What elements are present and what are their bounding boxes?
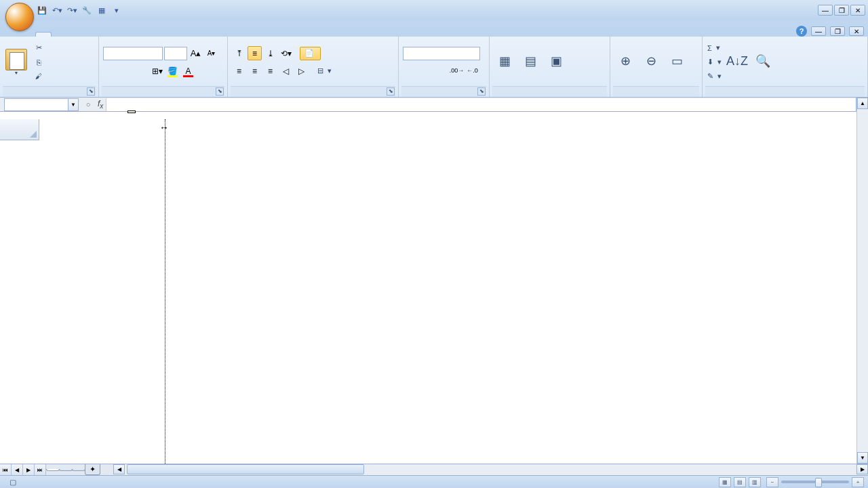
- comma-button[interactable]: [434, 64, 448, 78]
- format-as-table-button[interactable]: ▤: [518, 51, 542, 74]
- sort-filter-button[interactable]: A↓Z: [725, 51, 749, 74]
- wrap-text-button[interactable]: 📄: [300, 47, 321, 60]
- format-painter-button[interactable]: [31, 70, 48, 83]
- underline-button[interactable]: [134, 64, 149, 78]
- page-layout-view-button[interactable]: ▤: [734, 477, 746, 487]
- font-launcher[interactable]: ⬊: [216, 87, 224, 96]
- normal-view-button[interactable]: ▦: [719, 477, 731, 487]
- merge-center-button[interactable]: ⊟ ▾: [315, 64, 334, 78]
- font-size-select[interactable]: [164, 47, 187, 60]
- qat-print-preview-icon[interactable]: ▦: [95, 3, 108, 17]
- font-name-select[interactable]: [103, 47, 163, 60]
- autosum-button[interactable]: Σ ▾: [705, 41, 724, 55]
- cells-area[interactable]: [39, 140, 856, 464]
- close-button[interactable]: ✕: [850, 5, 865, 16]
- fx-icon[interactable]: fx: [98, 99, 103, 110]
- bold-button[interactable]: [103, 64, 117, 78]
- sheet-tab-2[interactable]: [59, 469, 73, 471]
- paste-button[interactable]: ▼: [3, 47, 30, 77]
- macro-record-icon[interactable]: ▢: [9, 478, 16, 487]
- new-sheet-button[interactable]: ✦: [85, 464, 100, 475]
- tab-insert[interactable]: [52, 33, 66, 37]
- align-center-button[interactable]: ≡: [248, 64, 262, 78]
- align-top-button[interactable]: ⤒: [232, 46, 246, 60]
- sheet-nav-last[interactable]: ⏭: [35, 464, 46, 475]
- conditional-formatting-button[interactable]: ▦: [492, 51, 517, 74]
- increase-decimal-button[interactable]: .00→: [450, 64, 464, 78]
- cell-styles-button[interactable]: ▣: [544, 51, 568, 74]
- align-left-button[interactable]: ≡: [232, 64, 246, 78]
- font-color-button[interactable]: A: [181, 64, 195, 78]
- shrink-font-button[interactable]: A▾: [204, 46, 218, 60]
- tab-home[interactable]: [35, 32, 52, 37]
- workbook-restore-button[interactable]: ❐: [830, 26, 845, 36]
- sheet-nav-next[interactable]: ▶: [23, 464, 35, 475]
- scroll-right-button[interactable]: ▶: [856, 464, 868, 474]
- orientation-button[interactable]: ⟲▾: [279, 46, 293, 60]
- tab-page-layout[interactable]: [66, 33, 81, 37]
- qat-undo-icon[interactable]: ↶▾: [50, 3, 64, 17]
- number-format-select[interactable]: [403, 47, 480, 60]
- sheet-nav-first[interactable]: ⏮: [0, 464, 12, 475]
- ribbon-minimize-button[interactable]: —: [811, 26, 826, 36]
- qat-customize-icon[interactable]: ▾: [110, 3, 123, 17]
- tab-data[interactable]: [96, 33, 111, 37]
- workbook-close-button[interactable]: ✕: [849, 26, 864, 36]
- zoom-slider[interactable]: [781, 481, 849, 483]
- scroll-up-button[interactable]: ▲: [857, 98, 868, 109]
- sheet-nav-prev[interactable]: ◀: [12, 464, 23, 475]
- align-right-button[interactable]: ≡: [263, 64, 277, 78]
- sheet-tab-3[interactable]: [72, 469, 85, 471]
- zoom-in-button[interactable]: +: [852, 477, 864, 487]
- clipboard-launcher[interactable]: ⬊: [87, 87, 95, 96]
- name-box-dropdown[interactable]: ▼: [68, 98, 79, 111]
- grow-font-button[interactable]: A▴: [189, 46, 203, 60]
- fill-color-button[interactable]: 🪣: [165, 64, 180, 78]
- row-headers: [0, 140, 39, 464]
- scroll-down-button[interactable]: ▼: [857, 452, 868, 464]
- page-break-view-button[interactable]: ▥: [749, 477, 761, 487]
- clear-button[interactable]: ✎ ▾: [705, 70, 724, 83]
- formula-input[interactable]: [106, 98, 856, 111]
- increase-indent-button[interactable]: ▷: [294, 64, 309, 78]
- copy-button[interactable]: [31, 56, 48, 69]
- find-select-button[interactable]: 🔍: [751, 51, 775, 74]
- hscroll-thumb[interactable]: [127, 464, 364, 474]
- decrease-decimal-button[interactable]: ←.0: [465, 64, 479, 78]
- currency-button[interactable]: [403, 64, 417, 78]
- help-icon[interactable]: ?: [796, 26, 807, 37]
- align-bottom-button[interactable]: ⤓: [263, 46, 277, 60]
- select-all-corner[interactable]: [0, 119, 39, 140]
- cancel-formula-button[interactable]: ○: [81, 98, 95, 111]
- table-icon: ▤: [521, 52, 540, 71]
- name-box[interactable]: [4, 98, 68, 111]
- tab-review[interactable]: [111, 33, 126, 37]
- minimize-button[interactable]: —: [818, 5, 833, 16]
- percent-button[interactable]: [418, 64, 433, 78]
- fill-button[interactable]: ⬇ ▾: [705, 56, 724, 69]
- qat-tools-icon[interactable]: 🔧: [80, 3, 94, 17]
- sheet-tab-1[interactable]: [46, 469, 60, 471]
- merge-icon: ⊟: [317, 66, 323, 75]
- insert-cells-button[interactable]: ⊕: [613, 51, 637, 74]
- qat-save-icon[interactable]: 💾: [35, 3, 49, 17]
- tab-view[interactable]: [126, 33, 141, 37]
- number-launcher[interactable]: ⬊: [477, 87, 486, 96]
- cut-button[interactable]: [31, 41, 48, 55]
- horizontal-scrollbar[interactable]: ◀ ▶: [113, 464, 868, 476]
- align-middle-button[interactable]: ≡: [248, 46, 262, 60]
- delete-cells-button[interactable]: ⊖: [639, 51, 663, 74]
- vertical-scrollbar[interactable]: ▲ ▼: [856, 98, 868, 464]
- border-button[interactable]: ⊞▾: [150, 64, 164, 78]
- tab-formulas[interactable]: [81, 33, 96, 37]
- scroll-left-button[interactable]: ◀: [113, 464, 125, 474]
- qat-redo-icon[interactable]: ↷▾: [65, 3, 79, 17]
- italic-button[interactable]: [119, 64, 133, 78]
- decrease-indent-button[interactable]: ◁: [279, 64, 293, 78]
- format-cells-button[interactable]: ▭: [665, 51, 689, 74]
- zoom-out-button[interactable]: −: [766, 477, 778, 487]
- tab-developer[interactable]: [141, 33, 156, 37]
- office-button[interactable]: [5, 3, 34, 31]
- restore-button[interactable]: ❐: [834, 5, 849, 16]
- alignment-launcher[interactable]: ⬊: [387, 87, 395, 96]
